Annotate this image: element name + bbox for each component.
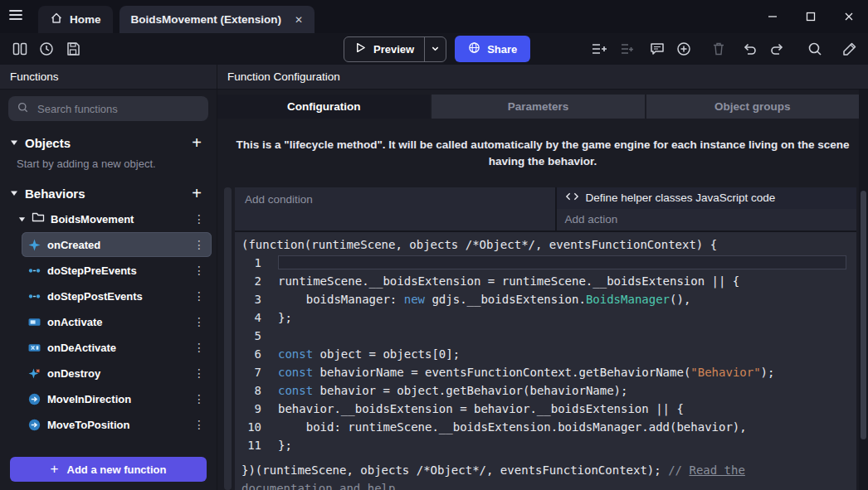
code-line-content[interactable]: }; [278,436,856,454]
code-line-6[interactable]: 6const object = objects[0]; [235,345,856,363]
toolbar-left [0,37,85,61]
code-line-content[interactable]: const behaviorName = eventsFunctionConte… [278,363,856,381]
add-action-button[interactable]: Add action [557,209,857,230]
search-icon[interactable] [803,37,827,61]
code-line-content[interactable]: runtimeScene.__boidsExtension = runtimeS… [278,272,856,290]
menu-button[interactable] [0,0,32,33]
tab-extension[interactable]: BoidsMovement (Extension) ✕ [119,6,315,33]
panels-icon[interactable] [8,37,32,61]
main-scrollbar-track[interactable] [859,90,868,490]
code-line-10[interactable]: 10 boid: runtimeScene.__boidsExtension.b… [235,418,856,436]
tab-home[interactable]: Home [38,6,113,33]
tab-home-label: Home [70,13,101,26]
tab-parameters[interactable]: Parameters [430,95,644,119]
minimize-button[interactable] [753,0,792,33]
objects-empty-hint: Start by adding a new object. [0,156,217,178]
function-menu-button[interactable]: ⋮ [190,418,208,431]
documentation-link[interactable]: documentation and help [241,482,395,490]
code-line-1[interactable]: 1 [235,254,856,272]
main-scrollbar-thumb[interactable] [861,191,866,439]
code-editor[interactable]: (function(runtimeScene, objects /*Object… [235,230,856,490]
redo-icon[interactable] [765,37,788,61]
add-function-button[interactable]: + Add a new function [10,457,207,482]
function-menu-button[interactable]: ⋮ [190,392,208,405]
code-line-content[interactable]: boidsManager: new gdjs.__boidsExtension.… [278,290,856,308]
add-subevent-icon[interactable] [614,37,637,61]
function-label: doStepPostEvents [47,290,183,303]
code-line-2[interactable]: 2runtimeScene.__boidsExtension = runtime… [235,272,856,290]
add-behavior-button[interactable]: + [187,185,207,201]
sidebar-function-onActivate[interactable]: onActivate⋮ [22,309,212,334]
sidebar-function-onDeActivate[interactable]: onDeActivate⋮ [22,335,212,360]
code-line-content[interactable] [278,327,856,345]
code-line-content[interactable]: boid: runtimeScene.__boidsExtension.boid… [278,418,856,436]
behavior-group-row[interactable]: BoidsMovement ⋮ [0,206,217,231]
behavior-group-menu-button[interactable]: ⋮ [190,212,208,226]
share-label: Share [487,43,517,56]
close-button[interactable] [830,0,868,33]
preview-button[interactable]: Preview [344,36,446,62]
add-event-icon[interactable] [588,37,611,61]
function-menu-button[interactable]: ⋮ [190,289,208,303]
footer-code: })(runtimeScene, objects /*Object*/, eve… [241,463,668,477]
chevron-down-icon [10,186,18,201]
tab-configuration[interactable]: Configuration [217,95,430,119]
function-menu-button[interactable]: ⋮ [190,238,208,251]
objects-section-label: Objects [25,136,180,150]
sidebar-function-onCreated[interactable]: onCreated⋮ [22,232,212,257]
add-circle-icon[interactable] [672,37,695,61]
line-number: 11 [235,436,278,454]
history-icon[interactable] [35,37,58,61]
trash-icon[interactable] [707,37,730,61]
function-label: onDestroy [47,367,183,380]
code-line-content[interactable] [278,255,846,269]
code-line-content[interactable]: const behavior = object.getBehavior(beha… [278,381,856,400]
maximize-button[interactable] [792,0,830,33]
line-number: 2 [235,272,278,290]
code-line-8[interactable]: 8const behavior = object.getBehavior(beh… [235,381,856,400]
tab-object-groups[interactable]: Object groups [645,95,859,119]
main-header: Function Configuration [217,65,868,90]
documentation-link[interactable]: Read the [689,463,744,477]
function-menu-button[interactable]: ⋮ [190,315,208,328]
code-line-5[interactable]: 5 [235,327,856,345]
behaviors-section-label: Behaviors [25,187,180,201]
add-object-button[interactable]: + [187,134,207,151]
code-line-content[interactable]: const object = objects[0]; [278,345,856,363]
add-condition-button[interactable]: Add condition [235,187,557,230]
code-line-11[interactable]: 11}; [235,436,856,454]
preview-button-main[interactable]: Preview [344,37,424,61]
code-line-3[interactable]: 3 boidsManager: new gdjs.__boidsExtensio… [235,290,856,308]
search-input[interactable] [36,102,200,116]
js-event-title[interactable]: Define helper classes JavaScript code [557,187,857,209]
code-line-7[interactable]: 7const behaviorName = eventsFunctionCont… [235,363,856,381]
undo-icon[interactable] [739,37,762,61]
share-button[interactable]: Share [455,36,530,62]
function-menu-button[interactable]: ⋮ [190,341,208,354]
code-line-4[interactable]: 4}; [235,308,856,327]
behavior-group-label: BoidsMovement [51,213,184,226]
lifecycle-description: This is a "lifecycle method". It will be… [224,137,861,171]
save-icon[interactable] [61,37,85,61]
code-line-9[interactable]: 9behavior.__boidsExtension = behavior.__… [235,400,856,418]
sidebar-function-MoveInDirection[interactable]: MoveInDirection⋮ [22,386,212,411]
sidebar-function-doStepPreEvents[interactable]: doStepPreEvents⋮ [22,258,212,283]
sidebar-function-MoveToPosition[interactable]: MoveToPosition⋮ [22,412,212,437]
sidebar-function-onDestroy[interactable]: onDestroy⋮ [22,361,212,386]
edit-theme-icon[interactable] [838,37,861,61]
function-menu-button[interactable]: ⋮ [190,264,208,277]
preview-label: Preview [373,43,414,56]
preview-dropdown-button[interactable] [424,37,446,61]
functions-sidebar: Functions Objects + Start by adding a ne… [0,65,217,490]
section-objects[interactable]: Objects + [0,128,217,156]
code-line-content[interactable]: }; [278,308,856,327]
code-line-content[interactable]: behavior.__boidsExtension = behavior.__b… [278,400,856,418]
move-function-icon [28,393,41,405]
plus-icon: + [51,461,59,478]
comment-icon[interactable] [646,37,669,61]
search-box[interactable] [8,96,208,121]
close-tab-icon[interactable]: ✕ [295,14,303,26]
function-menu-button[interactable]: ⋮ [190,366,208,380]
section-behaviors[interactable]: Behaviors + [0,178,217,206]
sidebar-function-doStepPostEvents[interactable]: doStepPostEvents⋮ [22,284,212,308]
